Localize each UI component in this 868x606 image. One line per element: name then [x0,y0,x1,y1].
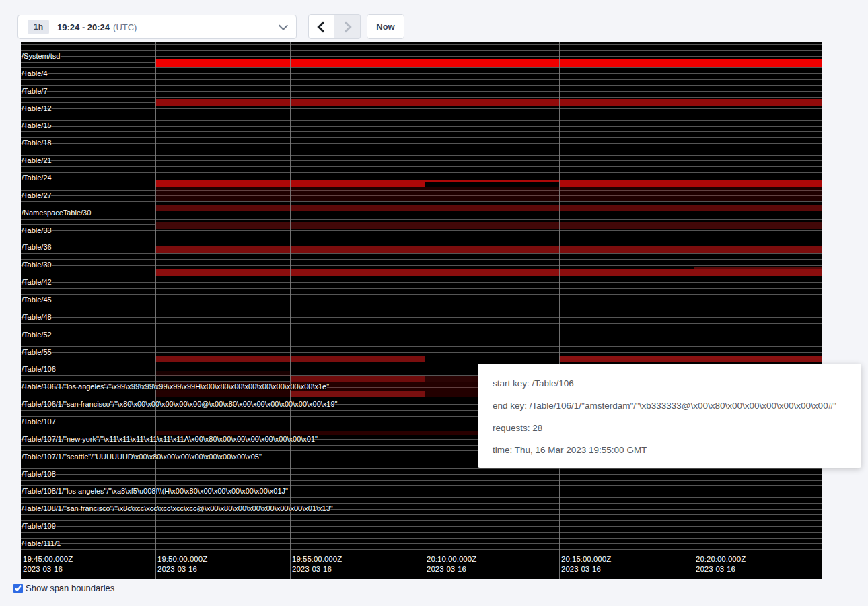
span-boundary-line [21,108,822,109]
row-label: /Table/108/1/"san francisco"/"\x8c\xcc\x… [22,504,333,513]
row-label: /Table/107/1/"seattle"/"UUUUUUD\x00\x80\… [22,452,262,461]
chevron-down-icon [279,21,288,30]
show-span-boundaries-label: Show span boundaries [26,583,114,593]
span-boundary-line [21,300,822,300]
row-label: /Table/106/1/"san francisco"/"\x80\x00\x… [22,399,338,409]
next-range-button[interactable] [334,14,361,39]
span-boundary-line [21,312,822,312]
row-label: /Table/39 [22,260,52,269]
span-boundary-line [21,514,822,515]
span-boundary-line [21,497,822,498]
range-nav-group [308,14,361,39]
span-boundary-line [21,131,822,132]
time-column-gridline [694,42,694,579]
span-boundary-line [21,317,822,318]
time-range-dropdown[interactable]: 1h 19:24 - 20:24 (UTC) [17,15,297,39]
heat-band[interactable] [425,180,559,182]
span-boundary-line [21,236,822,236]
span-boundary-line [21,277,822,277]
time-axis-label: 20:20:00.000Z2023-03-16 [694,554,746,574]
heat-band[interactable] [155,99,822,106]
heat-band[interactable] [559,356,822,362]
span-boundary-line [21,346,822,347]
heat-band[interactable] [155,222,822,229]
span-boundary-line [21,323,822,324]
heat-band[interactable] [155,59,822,67]
key-visualizer-heatmap[interactable]: /System/tsd/Table/4/Table/7/Table/12/Tab… [21,42,822,579]
span-boundary-line [21,549,822,550]
row-label: /Table/12 [22,104,52,113]
span-boundary-line [21,480,822,481]
now-button[interactable]: Now [367,14,404,39]
span-boundary-line [21,172,822,173]
tooltip-start-key: start key: /Table/106 [493,377,846,391]
heat-band[interactable] [559,180,822,187]
span-boundary-line [21,149,822,149]
span-boundary-line [21,294,822,295]
span-boundary-line [21,230,822,231]
row-label: /Table/55 [22,347,52,357]
heat-band[interactable] [155,187,822,201]
span-boundary-line [21,335,822,335]
row-label: /Table/108 [22,469,56,479]
row-label: /Table/45 [22,295,52,304]
row-label: /Table/107 [22,417,56,426]
span-boundary-line [21,126,822,127]
heat-band[interactable] [425,376,478,382]
row-label: /Table/107/1/"new york"/"\x11\x11\x11\x1… [22,434,318,444]
span-boundary-line [21,160,822,161]
heat-band[interactable] [155,205,822,211]
row-label: /Table/106/1/"los angeles"/"\x99\x99\x99… [22,382,329,391]
span-boundary-line [21,137,822,138]
span-boundary-line [21,306,822,306]
heat-band[interactable] [155,246,822,252]
tooltip-requests: requests: 28 [493,422,846,435]
span-boundary-line [21,178,822,178]
row-label: /Table/7 [22,86,48,96]
row-label: /NamespaceTable/30 [22,208,91,217]
span-boundary-line [21,166,822,167]
show-span-boundaries-checkbox[interactable] [13,584,23,593]
range-text: 19:24 - 20:24 [57,22,110,32]
row-label: /Table/111/1 [22,539,61,548]
span-boundary-line [21,526,822,527]
previous-range-button[interactable] [308,14,334,39]
span-boundary-line [21,73,822,74]
row-label: /Table/106 [22,364,56,374]
row-label: /Table/42 [22,277,52,287]
span-boundary-line [21,56,822,57]
time-axis-label: 19:50:00.000Z2023-03-16 [155,554,207,574]
row-label: /Table/52 [22,330,52,339]
heat-band[interactable] [290,391,425,397]
span-boundary-line [21,468,822,469]
span-boundary-line [21,79,822,80]
span-boundary-line [21,265,822,266]
span-boundary-line [21,538,822,539]
span-boundary-line [21,352,822,353]
time-column-gridline [155,42,156,579]
row-label: /Table/36 [22,242,52,252]
tooltip-time: time: Thu, 16 Mar 2023 19:55:00 GMT [493,444,846,457]
row-label: /Table/4 [22,69,48,78]
hover-tooltip: start key: /Table/106 end key: /Table/10… [478,364,861,468]
show-span-boundaries-toggle[interactable]: Show span boundaries [13,583,114,593]
span-boundary-line [21,474,822,475]
range-timezone: (UTC) [113,22,137,32]
span-boundary-line [21,329,822,329]
span-boundary-line [21,67,822,68]
span-boundary-line [21,259,822,260]
row-label: /Table/33 [22,226,52,235]
row-label: /System/tsd [22,51,60,61]
span-boundary-line [21,282,822,283]
time-axis-label: 19:55:00.000Z2023-03-16 [290,554,342,574]
span-boundary-line [21,155,822,156]
heat-band[interactable] [155,371,290,376]
time-column-gridline [425,42,425,579]
chevron-right-icon [340,21,352,32]
row-label: /Table/18 [22,138,52,147]
heat-band[interactable] [155,269,822,276]
span-boundary-line [21,91,822,92]
span-boundary-line [21,532,822,533]
chevron-left-icon [317,21,328,32]
row-label: /Table/21 [22,156,52,165]
